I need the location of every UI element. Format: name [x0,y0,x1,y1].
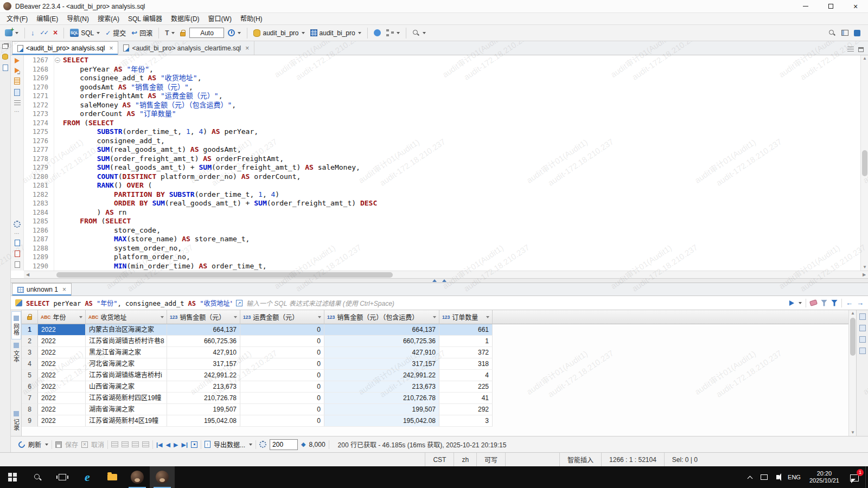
restore-panel-icon[interactable] [2,44,8,49]
code-line-1277[interactable]: SUM(real_goods_amt_t) AS goodsAmt, [54,145,860,155]
apply-filter-icon[interactable] [789,300,794,306]
value-viewer-icon[interactable] [859,313,866,320]
menu-item[interactable]: 文件(F) [2,13,32,25]
cell[interactable]: 195,042.08 [167,415,240,427]
references-panel-icon[interactable] [859,348,866,354]
code-line-1273[interactable]: orderCount AS "订单数量" [54,110,860,119]
code-line-1285[interactable]: FROM (SELECT [54,217,860,226]
cell[interactable]: 2022 [38,358,86,370]
dbeaver-taskbar-button-active[interactable] [150,466,175,488]
commit-button[interactable]: ✓提交 [104,27,127,38]
more-icon[interactable]: ⋯ [14,110,20,113]
execute-statement-icon[interactable] [15,58,20,63]
menu-item[interactable]: 数据库(D) [167,13,204,25]
scroll-up-icon[interactable]: ▲ [861,55,868,62]
cell[interactable]: 199,507 [324,404,439,415]
tab-close-icon[interactable]: × [62,286,66,293]
tree-view-button[interactable] [385,28,401,37]
chevron-down-icon[interactable] [799,302,802,304]
code-line-1274[interactable]: FROM (SELECT [54,119,860,128]
cell[interactable]: 2022 [38,381,86,393]
volume-button[interactable] [772,466,783,488]
cell[interactable]: 江苏省湖苑新村四区19幢 [86,393,167,404]
code-line-1290[interactable]: MIN(min_order_time) AS order_time_t, [54,262,860,271]
cell[interactable]: 0 [240,324,324,336]
export-red-page-icon[interactable] [15,251,20,257]
advanced-copy-icon[interactable] [142,441,149,447]
cell[interactable]: 660,725.36 [324,336,439,347]
refresh-button[interactable]: 刷新 [28,440,41,449]
cell[interactable]: 318 [439,358,493,370]
row-number[interactable]: 3 [22,347,38,358]
menu-item[interactable]: 导航(N) [62,13,93,25]
row-number[interactable]: 7 [22,393,38,404]
new-connection-button[interactable] [3,28,20,37]
editor-tab[interactable]: <audit_bi_pro> analysis.sql× [12,41,118,55]
cell[interactable]: 0 [240,381,324,393]
filter-input[interactable]: 输入一个 SQL 表达式来过滤结果 (使用 Ctrl+Space) [246,298,786,307]
schema-select[interactable]: audit_bi_pro [309,28,363,38]
check-button[interactable]: ✓✓ [39,28,49,37]
fetch-settings-icon[interactable] [259,441,266,448]
database-select[interactable]: audit_bi_pro [252,28,306,38]
cell[interactable]: 242,991.22 [167,370,240,381]
script-icon[interactable] [14,78,20,85]
calc-panel-icon[interactable] [859,325,866,331]
cell[interactable]: 242,991.22 [324,370,439,381]
statusbar-item[interactable]: CST [425,453,454,466]
cell[interactable]: 2022 [38,393,86,404]
code-line-1275[interactable]: SUBSTR(order_time_t, 1, 4) AS perYear, [54,127,860,137]
cell[interactable]: 664,137 [324,324,439,336]
network-button[interactable] [756,466,772,488]
database-navigator-icon[interactable] [2,54,8,60]
cell[interactable]: 0 [240,347,324,358]
cell[interactable]: 1 [439,336,493,347]
column-filter-caret-icon[interactable] [161,316,164,318]
results-tab[interactable]: unknown 1 × [12,283,72,296]
cell[interactable]: 黑龙江省海澜之家 [86,347,167,358]
code-line-1289[interactable]: platform_order_no, [54,253,860,262]
cell[interactable]: 661 [439,324,493,336]
history-back-icon[interactable]: ← [846,299,853,307]
quick-search-icon[interactable] [828,29,836,37]
active-cell[interactable]: 2022 [38,324,86,336]
tab-close-icon[interactable]: × [109,44,113,52]
cell[interactable]: 0 [240,336,324,347]
cell[interactable]: 195,042.08 [324,415,439,427]
cell[interactable]: 317,157 [167,358,240,370]
scrollbar-thumb[interactable] [862,150,867,176]
column-filter-caret-icon[interactable] [318,316,321,318]
fetch-size-input[interactable] [270,439,298,450]
row-number[interactable]: 1 [22,324,38,336]
code-line-1279[interactable]: SUM(real_goods_amt_t) + SUM(order_freigh… [54,163,860,172]
code-line-1280[interactable]: COUNT(DISTINCT platform_order_no) AS ord… [54,172,860,182]
cell[interactable]: 2022 [38,347,86,358]
close-button[interactable]: × [843,0,868,13]
code-line-1272[interactable]: saleMoney AS "销售金额（元）（包含运费）", [54,101,860,110]
last-row-button[interactable]: ▶| [182,441,188,448]
transaction-log-button[interactable]: T [163,28,176,38]
fetch-down-button[interactable]: ↓ [29,28,36,37]
cell[interactable]: 江苏省湖苑新村4区19幢 [86,415,167,427]
scroll-left-icon[interactable]: ◀ [24,271,31,279]
more-icon[interactable]: ⋯ [14,232,20,235]
collapse-up-icon[interactable] [432,279,437,282]
column-header-3[interactable]: 123销售金额（元） [167,310,240,324]
minimize-button[interactable] [793,0,818,13]
cell[interactable]: 427,910 [324,347,439,358]
cell[interactable]: 2022 [38,336,86,347]
cell[interactable]: 4 [439,370,493,381]
cell[interactable]: 内蒙古自治区海澜之家 [86,324,167,336]
column-header-4[interactable]: 123运费金额（元） [240,310,324,324]
output-panel-icon[interactable] [15,261,20,268]
execute-script-icon[interactable] [15,68,20,73]
cell[interactable]: 427,910 [167,347,240,358]
cell[interactable]: 664,137 [167,324,240,336]
query-log-icon[interactable] [14,100,21,106]
eraser-icon[interactable] [809,299,818,306]
code-line-1278[interactable]: SUM(order_freight_amt_t) AS orderFreight… [54,155,860,164]
cell[interactable]: 225 [439,381,493,393]
internet-explorer-button[interactable]: e [75,466,100,488]
sql-editor-button[interactable]: SQLSQL [68,28,101,38]
metadata-panel-icon[interactable] [859,336,866,343]
